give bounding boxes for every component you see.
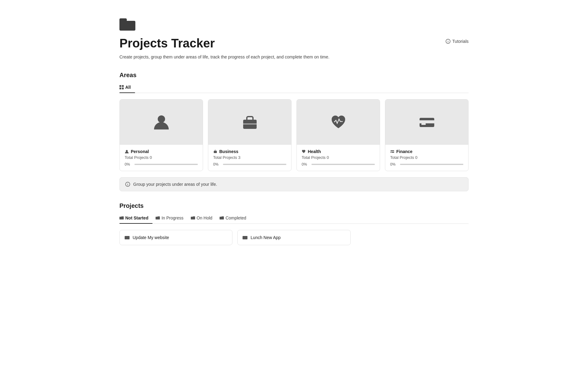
area-progress-business: 0% — [213, 162, 286, 167]
page-title: Projects Tracker — [119, 36, 446, 50]
progress-bar-health — [311, 164, 375, 165]
area-card-name-personal: Personal — [125, 149, 198, 154]
area-total-health: Total Projects 0 — [302, 155, 375, 160]
tab-all[interactable]: All — [119, 83, 135, 93]
areas-grid: Personal Total Projects 0 0% — [119, 99, 469, 171]
project-card-1[interactable]: Lunch New App — [237, 230, 350, 245]
tab-not-started[interactable]: Not Started — [119, 214, 153, 223]
svg-rect-16 — [391, 152, 392, 153]
area-card-body-health: Health Total Projects 0 0% — [297, 145, 380, 171]
svg-rect-5 — [122, 88, 124, 89]
area-card-body-personal: Personal Total Projects 0 0% — [120, 145, 203, 171]
person-icon — [152, 112, 171, 132]
info-icon: i — [446, 39, 450, 44]
area-card-image-health — [297, 99, 380, 145]
svg-point-6 — [158, 115, 165, 123]
area-card-image-finance — [385, 99, 468, 145]
areas-tabs: All — [119, 83, 469, 93]
svg-text:i: i — [127, 183, 128, 186]
svg-rect-4 — [119, 88, 121, 89]
progress-bar-business — [223, 164, 286, 165]
page-container: Projects Tracker Create projects, group … — [95, 0, 493, 257]
person-small-icon — [125, 149, 129, 154]
header-row: Projects Tracker Create projects, group … — [119, 36, 469, 59]
area-card-personal[interactable]: Personal Total Projects 0 0% — [119, 99, 203, 171]
area-progress-finance: 0% — [390, 162, 463, 167]
progress-bar-finance — [400, 164, 463, 165]
svg-rect-10 — [214, 151, 217, 153]
svg-rect-12 — [420, 120, 434, 123]
credit-card-small-icon — [390, 149, 394, 154]
project-card-0[interactable]: Update My website — [119, 230, 232, 245]
area-card-body-finance: Finance Total Projects 0 0% — [385, 145, 468, 171]
tab-on-hold[interactable]: On Hold — [191, 214, 217, 223]
projects-section-title: Projects — [119, 202, 469, 209]
area-card-business[interactable]: Business Total Projects 3 0% — [208, 99, 292, 171]
folder-tab-icon-not-started — [119, 216, 124, 220]
area-card-image-personal — [120, 99, 203, 145]
credit-card-icon — [417, 112, 437, 132]
folder-tab-icon-completed — [220, 216, 224, 220]
folder-project-icon-1 — [243, 235, 247, 240]
area-total-business: Total Projects 3 — [213, 155, 286, 160]
svg-rect-3 — [122, 85, 124, 87]
area-progress-personal: 0% — [125, 162, 198, 167]
area-card-finance[interactable]: Finance Total Projects 0 0% — [385, 99, 469, 171]
project-card-title-1: Lunch New App — [251, 235, 281, 240]
tab-completed[interactable]: Completed — [220, 214, 251, 223]
area-card-image-business — [208, 99, 291, 145]
area-card-body-business: Business Total Projects 3 0% — [208, 145, 291, 171]
page-icon — [119, 18, 469, 32]
area-total-personal: Total Projects 0 — [125, 155, 198, 160]
info-banner-icon: i — [125, 182, 130, 187]
projects-cards: Update My website Lunch New App — [119, 230, 469, 245]
heart-small-icon — [302, 149, 306, 154]
areas-section: Areas All — [119, 72, 469, 191]
area-card-name-business: Business — [213, 149, 286, 154]
svg-rect-13 — [421, 123, 426, 125]
info-banner: i Group your projects under areas of you… — [119, 177, 469, 191]
area-card-name-health: Health — [302, 149, 375, 154]
header-left: Projects Tracker Create projects, group … — [119, 36, 446, 59]
tab-in-progress[interactable]: In Progress — [156, 214, 188, 223]
projects-section: Projects Not Started In Progress — [119, 202, 469, 245]
grid-icon — [119, 85, 124, 89]
heart-pulse-icon — [329, 112, 348, 132]
svg-rect-2 — [119, 85, 121, 87]
areas-section-title: Areas — [119, 72, 469, 79]
folder-tab-icon-in-progress — [156, 216, 160, 220]
project-card-title-0: Update My website — [133, 235, 169, 240]
briefcase-small-icon — [213, 149, 217, 154]
svg-rect-15 — [390, 151, 394, 152]
briefcase-icon — [240, 112, 260, 132]
area-total-finance: Total Projects 0 — [390, 155, 463, 160]
svg-text:i: i — [448, 40, 449, 43]
folder-tab-icon-on-hold — [191, 216, 195, 220]
area-card-health[interactable]: Health Total Projects 0 0% — [296, 99, 380, 171]
tutorials-button[interactable]: i Tutorials — [446, 39, 469, 44]
page-subtitle: Create projects, group them under areas … — [119, 54, 446, 59]
area-progress-health: 0% — [302, 162, 375, 167]
progress-bar-personal — [134, 164, 198, 165]
projects-tabs: Not Started In Progress On Hold — [119, 214, 469, 224]
folder-project-icon-0 — [125, 235, 130, 240]
area-card-name-finance: Finance — [390, 149, 463, 154]
folder-icon — [119, 18, 135, 31]
